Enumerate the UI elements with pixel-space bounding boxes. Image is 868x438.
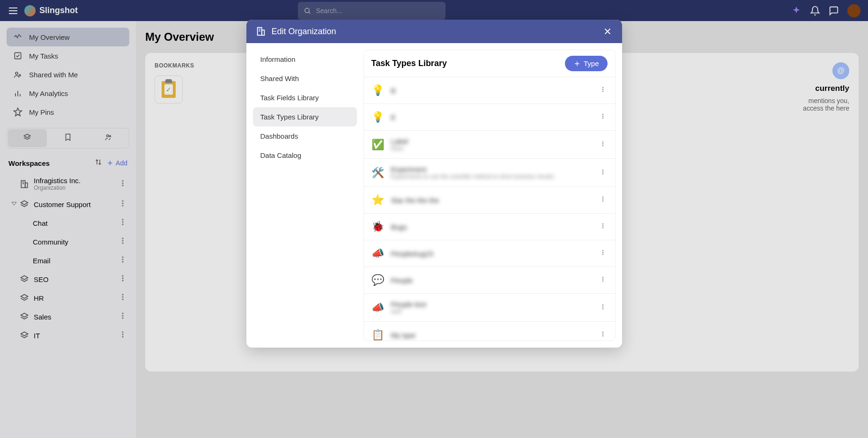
svg-point-79 [602, 250, 603, 251]
svg-point-78 [602, 227, 603, 228]
modal-nav-shared-with[interactable]: Shared With [253, 69, 357, 88]
modal-overlay[interactable]: Edit Organization Information Shared Wit… [0, 0, 868, 438]
svg-point-87 [602, 308, 603, 309]
task-type-icon: ⭐ [371, 193, 385, 207]
more-icon[interactable] [599, 222, 608, 231]
task-type-name: PeopleAug23 [391, 250, 593, 258]
svg-point-65 [602, 116, 603, 117]
svg-point-88 [602, 332, 603, 333]
task-type-icon: 💡 [371, 84, 385, 97]
organization-icon [256, 26, 266, 37]
task-type-name: People test [391, 300, 593, 308]
task-type-name: Label [391, 137, 593, 145]
more-icon[interactable] [599, 168, 608, 178]
add-type-label: Type [584, 59, 599, 67]
task-type-icon: 📣 [371, 301, 385, 314]
task-type-name: E [391, 113, 593, 121]
svg-point-61 [602, 87, 603, 88]
svg-rect-54 [261, 30, 264, 35]
task-type-name: B [391, 87, 593, 95]
task-type-icon: 🛠️ [371, 166, 385, 179]
svg-point-67 [602, 141, 603, 142]
svg-point-69 [602, 145, 603, 146]
task-type-icon: ✅ [371, 138, 385, 151]
svg-point-84 [602, 281, 603, 282]
task-type-row[interactable]: 💡 B [364, 77, 615, 104]
svg-point-74 [602, 199, 603, 200]
task-type-icon: 💬 [371, 274, 385, 287]
more-icon[interactable] [599, 275, 608, 285]
more-icon[interactable] [599, 195, 608, 205]
task-type-row[interactable]: 📣 PeopleAug23 [364, 240, 615, 267]
svg-point-70 [602, 170, 603, 171]
close-icon [602, 26, 613, 37]
task-type-icon: 🐞 [371, 220, 385, 233]
task-type-desc: stuff [391, 308, 593, 315]
svg-point-90 [602, 335, 603, 336]
more-icon[interactable] [599, 86, 608, 95]
more-icon[interactable] [599, 330, 608, 340]
task-type-row[interactable]: 🛠️ Experiment Experiments to use the sci… [364, 159, 615, 187]
modal-nav-task-fields[interactable]: Task Fields Library [253, 88, 357, 107]
svg-point-86 [602, 306, 603, 307]
svg-point-68 [602, 143, 603, 144]
task-type-row[interactable]: ⭐ Star the the the [364, 187, 615, 214]
task-type-name: Bugs [391, 223, 593, 231]
task-type-name: My type [391, 331, 593, 339]
task-type-row[interactable]: 💬 People [364, 267, 615, 294]
svg-point-89 [602, 334, 603, 334]
svg-point-73 [602, 197, 603, 198]
task-type-icon: 📣 [371, 247, 385, 260]
task-type-list[interactable]: 💡 B 💡 E ✅ Label Desc 🛠️ Experiment Exper… [364, 77, 615, 341]
task-type-name: Experiment [391, 165, 593, 173]
task-type-desc: Experiments to use the scientific method… [391, 173, 593, 180]
modal-nav-data-catalog[interactable]: Data Catalog [253, 146, 357, 165]
edit-organization-modal: Edit Organization Information Shared Wit… [246, 20, 622, 348]
task-type-name: People [391, 276, 593, 284]
close-button[interactable] [602, 26, 613, 37]
modal-nav-information[interactable]: Information [253, 50, 357, 69]
modal-nav-task-types[interactable]: Task Types Library [253, 107, 357, 126]
svg-point-83 [602, 279, 603, 280]
svg-point-76 [602, 223, 603, 224]
task-type-icon: 💡 [371, 111, 385, 124]
svg-point-80 [602, 252, 603, 253]
svg-point-85 [602, 304, 603, 305]
task-type-row[interactable]: 🐞 Bugs [364, 214, 615, 240]
svg-point-62 [602, 89, 603, 90]
modal-header: Edit Organization [246, 20, 622, 43]
modal-nav-dashboards[interactable]: Dashboards [253, 126, 357, 146]
task-types-title: Task Types Library [371, 59, 447, 68]
task-type-row[interactable]: ✅ Label Desc [364, 131, 615, 159]
task-type-desc: Desc [391, 145, 593, 152]
svg-point-82 [602, 277, 603, 278]
more-icon[interactable] [599, 112, 608, 122]
task-type-row[interactable]: 📣 People test stuff [364, 294, 615, 322]
plus-icon [573, 60, 581, 67]
task-type-icon: 📋 [371, 328, 385, 341]
svg-point-75 [602, 200, 603, 201]
task-type-row[interactable]: 📋 My type [364, 322, 615, 341]
svg-point-77 [602, 225, 603, 226]
task-type-name: Star the the the [391, 196, 593, 204]
more-icon[interactable] [599, 303, 608, 312]
add-type-button[interactable]: Type [565, 56, 608, 71]
more-icon[interactable] [599, 249, 608, 258]
modal-title: Edit Organization [272, 27, 597, 37]
svg-point-64 [602, 114, 603, 115]
modal-nav: Information Shared With Task Fields Libr… [253, 50, 357, 341]
task-type-row[interactable]: 💡 E [364, 104, 615, 131]
svg-point-66 [602, 118, 603, 119]
svg-point-71 [602, 171, 603, 172]
modal-main: Task Types Library Type 💡 B 💡 E ✅ Label … [364, 50, 616, 341]
svg-point-72 [602, 173, 603, 174]
svg-point-63 [602, 91, 603, 92]
svg-point-81 [602, 254, 603, 255]
more-icon[interactable] [599, 140, 608, 149]
